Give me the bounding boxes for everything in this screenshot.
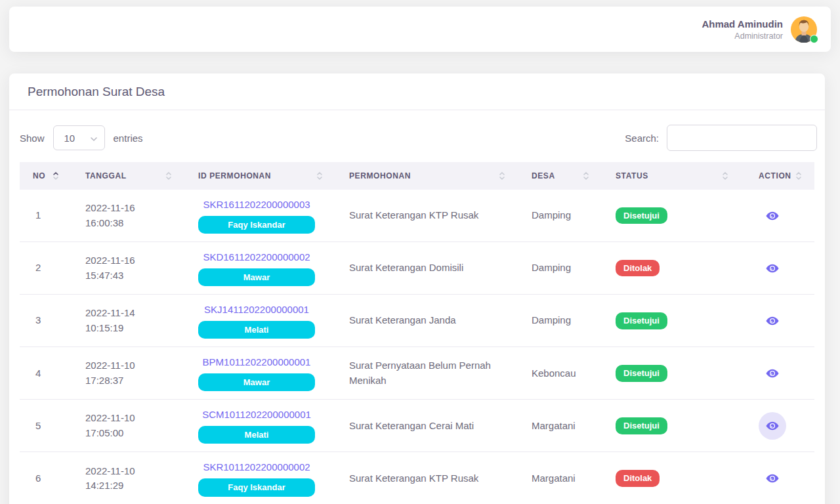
cell-permohonan: Surat Keterangan Janda — [336, 295, 518, 347]
date-text: 2022-11-16 — [85, 201, 172, 216]
cell-desa: Damping — [518, 295, 602, 347]
view-button[interactable] — [759, 465, 786, 492]
view-button[interactable] — [759, 307, 786, 335]
cell-status: Disetujui — [602, 190, 742, 242]
eye-icon — [765, 419, 780, 433]
top-navbar: Ahmad Aminudin Administrator — [9, 7, 831, 52]
eye-icon — [765, 209, 780, 223]
eye-icon — [765, 471, 780, 486]
cell-id-permohonan: SCM1011202200000001 Melati — [185, 400, 336, 452]
column-header[interactable]: STATUS — [602, 162, 742, 190]
view-button[interactable] — [759, 360, 786, 387]
cell-action — [742, 295, 814, 347]
time-text: 10:15:19 — [85, 321, 172, 336]
table-controls: Show 10 entries Search: — [9, 110, 825, 162]
cell-permohonan: Surat Keterangan Cerai Mati — [336, 400, 518, 452]
time-text: 15:47:43 — [85, 268, 172, 284]
applicant-badge: Mawar — [198, 373, 315, 392]
cell-no: 2 — [20, 242, 72, 295]
column-header[interactable]: ACTION — [742, 162, 814, 190]
date-text: 2022-11-10 — [85, 464, 172, 479]
sort-icon — [165, 171, 172, 181]
table-wrapper: NO TANGGAL ID PERMOHONAN PERMOHONAN — [9, 162, 825, 504]
date-text: 2022-11-10 — [85, 358, 172, 373]
sort-icon — [722, 171, 728, 181]
cell-no: 3 — [20, 295, 72, 347]
status-badge: Ditolak — [616, 470, 660, 487]
cell-desa: Damping — [518, 190, 602, 242]
table-row: 1 2022-11-16 16:00:38 SKR161120220000000… — [20, 190, 814, 242]
applicant-badge: Melati — [198, 426, 315, 444]
table-header-row: NO TANGGAL ID PERMOHONAN PERMOHONAN — [20, 162, 814, 190]
cell-action — [742, 242, 814, 295]
date-text: 2022-11-16 — [85, 253, 172, 268]
status-badge: Disetujui — [616, 365, 667, 382]
cell-no: 4 — [20, 347, 72, 400]
user-name: Ahmad Aminudin — [702, 18, 783, 30]
cell-no: 5 — [20, 400, 72, 452]
chevron-down-icon — [90, 133, 98, 144]
cell-status: Disetujui — [602, 347, 742, 400]
column-header[interactable]: NO — [20, 162, 72, 190]
cell-desa: Keboncau — [518, 347, 602, 400]
view-button[interactable] — [759, 255, 786, 282]
cell-permohonan: Surat Keterangan Domisili — [336, 242, 518, 295]
permohonan-id-link[interactable]: SKD1611202200000002 — [198, 250, 315, 265]
table-row: 2 2022-11-16 15:47:43 SKD161120220000000… — [20, 242, 814, 295]
page-title: Permohonan Surat Desa — [9, 74, 825, 110]
applicant-badge: Melati — [198, 321, 315, 339]
cell-desa: Margatani — [518, 400, 602, 452]
status-badge: Disetujui — [616, 312, 667, 329]
table-row: 5 2022-11-10 17:05:00 SCM101120220000000… — [20, 400, 814, 452]
cell-status: Ditolak — [602, 242, 742, 295]
time-text: 14:21:29 — [85, 478, 172, 494]
cell-status: Disetujui — [602, 295, 742, 347]
cell-permohonan: Surat Pernyataan Belum Pernah Menikah — [336, 347, 518, 400]
cell-tanggal: 2022-11-10 14:21:29 — [72, 452, 185, 504]
cell-action — [742, 347, 814, 400]
status-badge: Ditolak — [616, 260, 660, 277]
permohonan-id-link[interactable]: SKR1611202200000003 — [198, 198, 315, 213]
cell-tanggal: 2022-11-10 17:28:37 — [72, 347, 185, 400]
permohonan-id-link[interactable]: SCM1011202200000001 — [198, 408, 315, 423]
table-row: 3 2022-11-14 10:15:19 SKJ141120220000000… — [20, 295, 814, 347]
sort-icon — [52, 171, 59, 181]
column-header[interactable]: PERMOHONAN — [336, 162, 518, 190]
cell-tanggal: 2022-11-10 17:05:00 — [72, 400, 185, 452]
cell-id-permohonan: BPM1011202200000001 Mawar — [185, 347, 336, 400]
cell-permohonan: Surat Keterangan KTP Rusak — [336, 190, 518, 242]
cell-desa: Damping — [518, 242, 602, 295]
cell-tanggal: 2022-11-16 16:00:38 — [72, 190, 185, 242]
cell-tanggal: 2022-11-14 10:15:19 — [72, 295, 185, 347]
applicant-badge: Faqy Iskandar — [198, 216, 315, 234]
search-input[interactable] — [667, 125, 817, 151]
show-label: Show — [20, 133, 45, 144]
column-header[interactable]: TANGGAL — [72, 162, 185, 190]
cell-status: Disetujui — [602, 400, 742, 452]
view-button[interactable] — [759, 202, 786, 230]
date-text: 2022-11-14 — [85, 306, 172, 321]
search-control: Search: — [625, 125, 817, 151]
permohonan-id-link[interactable]: BPM1011202200000001 — [198, 355, 315, 370]
column-header[interactable]: DESA — [518, 162, 602, 190]
user-info[interactable]: Ahmad Aminudin Administrator — [702, 18, 783, 41]
column-header[interactable]: ID PERMOHONAN — [185, 162, 336, 190]
date-text: 2022-11-10 — [85, 411, 172, 426]
permohonan-id-link[interactable]: SKJ1411202200000001 — [198, 303, 315, 318]
cell-no: 1 — [20, 190, 72, 242]
permohonan-table: NO TANGGAL ID PERMOHONAN PERMOHONAN — [20, 162, 814, 504]
cell-action — [742, 190, 814, 242]
page-length-control: Show 10 entries — [20, 125, 143, 150]
cell-id-permohonan: SKD1611202200000002 Mawar — [185, 242, 336, 295]
avatar[interactable] — [791, 16, 817, 43]
cell-permohonan: Surat Keterangan KTP Rusak — [336, 452, 518, 504]
view-button[interactable] — [759, 412, 786, 440]
page-length-select[interactable]: 10 — [53, 125, 105, 150]
status-badge: Disetujui — [616, 207, 667, 224]
permohonan-id-link[interactable]: SKR1011202200000002 — [198, 460, 315, 475]
time-text: 17:28:37 — [85, 373, 172, 388]
search-label: Search: — [625, 133, 659, 144]
cell-no: 6 — [20, 452, 72, 504]
cell-desa: Margatani — [518, 452, 602, 504]
sort-icon — [583, 171, 589, 181]
